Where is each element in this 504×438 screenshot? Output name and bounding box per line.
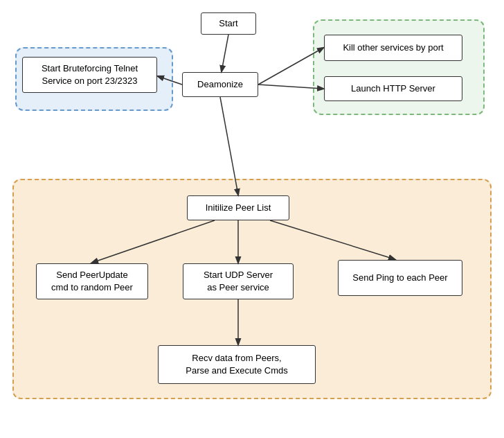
send-peer-update-box: Send PeerUpdate cmd to random Peer — [36, 263, 148, 299]
recv-data-box: Recv data from Peers, Parse and Execute … — [158, 345, 316, 384]
launch-http-box: Launch HTTP Server — [324, 76, 462, 101]
start-box: Start — [201, 12, 256, 35]
deamonize-box: Deamonize — [182, 72, 258, 97]
diagram: Start Deamonize Kill other services by p… — [0, 0, 504, 438]
bruteforce-box: Start Bruteforcing Telnet Service on por… — [22, 57, 157, 93]
init-peer-box: Initilize Peer List — [187, 195, 289, 220]
kill-services-box: Kill other services by port — [324, 35, 462, 61]
send-ping-box: Send Ping to each Peer — [338, 260, 462, 296]
svg-line-0 — [222, 35, 228, 71]
udp-server-box: Start UDP Server as Peer service — [183, 263, 294, 299]
